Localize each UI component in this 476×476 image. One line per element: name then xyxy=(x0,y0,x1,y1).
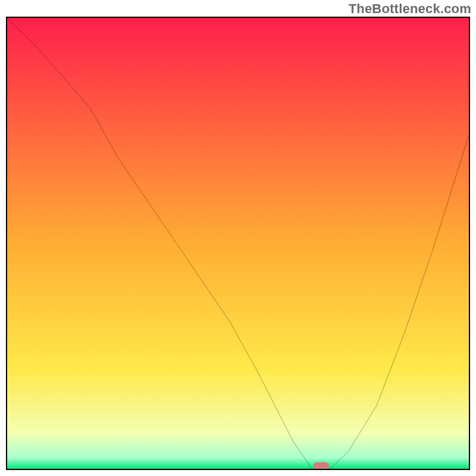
gradient-background xyxy=(7,18,469,469)
svg-rect-0 xyxy=(7,18,469,469)
plot-area xyxy=(6,17,470,470)
chart-frame: TheBottleneck.com xyxy=(0,0,476,476)
watermark-text: TheBottleneck.com xyxy=(349,1,471,17)
optimal-point-marker xyxy=(314,462,329,469)
